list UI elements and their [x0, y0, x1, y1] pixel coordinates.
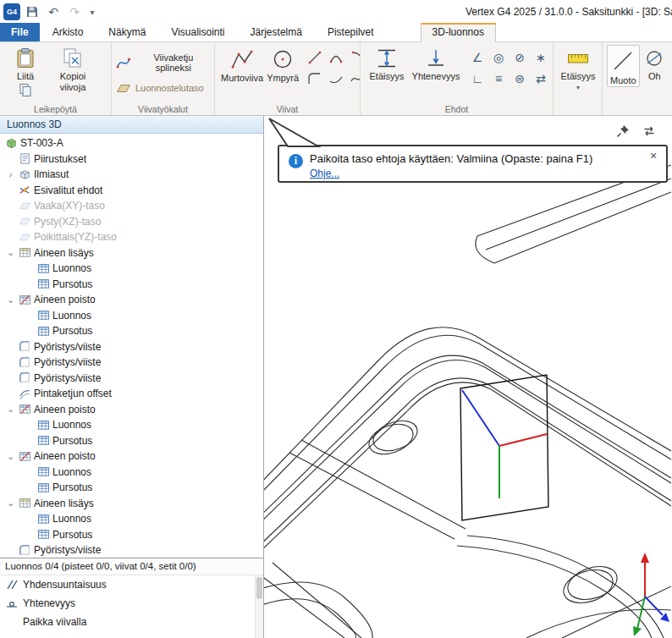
polyline-button[interactable]: Murtoviiva: [219, 45, 265, 84]
paste-special-button[interactable]: [18, 82, 33, 97]
tree-item[interactable]: Pyöristys/viiste: [0, 339, 263, 355]
tab-pistepilvet[interactable]: Pistepilvet: [315, 23, 387, 41]
paste-button[interactable]: Liitä: [13, 45, 38, 82]
angle-constraint-button[interactable]: ∠: [468, 48, 487, 67]
freeform-tool-button[interactable]: [348, 69, 361, 88]
perpendicular-constraint-icon: ∟: [471, 72, 483, 85]
parallel-constraint-button[interactable]: ≡: [489, 69, 508, 88]
viewport-3d[interactable]: i Paikoita taso ehtoja käyttäen: Valmiin…: [264, 116, 672, 638]
shape-extra-button[interactable]: Oh: [640, 45, 669, 82]
tree-item-label: Luonnos: [52, 513, 91, 525]
tree-item[interactable]: Pysty(XZ)-taso: [0, 214, 263, 230]
tree-item-label: Poikittais(YZ)-taso: [34, 231, 117, 243]
coincidence-constraint-button[interactable]: Yhtenevyys: [409, 45, 463, 82]
tab-3d-luonnos[interactable]: 3D-luonnos: [421, 23, 496, 42]
tree-item[interactable]: Pintaketjun offset: [0, 386, 263, 402]
tab-nakyma[interactable]: Näkymä: [96, 23, 158, 41]
undo-button[interactable]: ↶: [44, 3, 63, 21]
tree-item[interactable]: ⌄Aineen lisäys: [0, 496, 263, 512]
tree-item[interactable]: Pyöristys/viiste: [0, 542, 263, 558]
chevron-down-icon[interactable]: ⌄: [5, 404, 16, 414]
line-tool-button[interactable]: [306, 48, 324, 67]
tree-item[interactable]: ⌄Aineen poisto: [0, 292, 263, 308]
tangent-constraint-button[interactable]: ⊘: [510, 48, 529, 67]
corner-round-tool-button[interactable]: [306, 69, 324, 88]
sketch-plane-icon: [116, 80, 131, 96]
symmetry-constraint-button[interactable]: ⇄: [532, 69, 550, 88]
tree-item-label: Pyöristys/viiste: [34, 544, 101, 556]
chevron-down-icon[interactable]: ⌄: [5, 452, 16, 461]
chevron-down-icon[interactable]: ⌄: [5, 498, 16, 508]
distance-constraint-icon: [376, 47, 398, 69]
tree-item[interactable]: Pursotus: [0, 527, 263, 543]
status-scrollbar[interactable]: [255, 575, 263, 638]
tree-item[interactable]: Luonnos: [0, 511, 263, 527]
chevron-down-icon[interactable]: ⌄: [5, 248, 16, 257]
sketch-plane-button[interactable]: Luonnostelutaso: [116, 80, 212, 96]
tab-arkisto[interactable]: Arkisto: [40, 23, 96, 41]
origin-triad-icon: [633, 553, 669, 636]
tree-item-label: Pyöristys/viiste: [34, 372, 101, 384]
constraint-item[interactable]: Yhtenevyys: [0, 594, 263, 613]
tree-item-label: ST-003-A: [20, 137, 63, 149]
pattern-constraint-button[interactable]: ∗: [532, 48, 550, 67]
circle-button[interactable]: Ympyrä: [265, 45, 300, 84]
arc-tool-button[interactable]: [327, 48, 345, 67]
tree-item[interactable]: Luonnos: [0, 465, 263, 481]
spline-chain-button[interactable]: Viivaketju splineksi: [116, 52, 212, 73]
tree-item[interactable]: Pursotus: [0, 433, 263, 449]
sync-tree-button[interactable]: [640, 122, 658, 140]
quick-access-customize-button[interactable]: ▾: [86, 3, 98, 21]
close-prompt-button[interactable]: ×: [646, 148, 661, 163]
status-scrollbar-thumb[interactable]: [256, 577, 262, 599]
offset-icon: [19, 388, 31, 400]
tree-item[interactable]: Pyöristys/viiste: [0, 371, 263, 387]
tree-item[interactable]: Poikittais(YZ)-taso: [0, 229, 263, 245]
help-link[interactable]: Ohje...: [310, 168, 339, 179]
tree-item[interactable]: ⌄Aineen lisäys: [0, 245, 263, 261]
copy-lines-button[interactable]: Kopioi viivoja: [47, 45, 99, 92]
perpendicular-constraint-button[interactable]: ∟: [468, 69, 487, 88]
tree-item[interactable]: Luonnos: [0, 261, 263, 277]
tree-item[interactable]: ›Ilmiasut: [0, 167, 263, 183]
tree-item[interactable]: ST-003-A: [0, 135, 263, 151]
sketch-plane-highlight[interactable]: [460, 375, 548, 520]
concentric-constraint-button[interactable]: ◎: [489, 48, 508, 67]
redo-button[interactable]: ↷: [65, 3, 84, 21]
tree-item[interactable]: ⌄Aineen poisto: [0, 448, 263, 465]
shape-button[interactable]: Muoto: [607, 45, 640, 87]
ribbon-group-lines: Murtoviiva Ympyrä: [215, 42, 361, 115]
arc3-tool-button[interactable]: [348, 48, 361, 67]
tree-item[interactable]: Pursotus: [0, 323, 263, 339]
chevron-down-icon[interactable]: ⌄: [5, 295, 16, 305]
tab-jarjestelma[interactable]: Järjestelmä: [238, 23, 315, 41]
tree-item-label: Luonnos: [52, 262, 91, 274]
prompt-bubble-pointer: [264, 116, 332, 150]
tree-item[interactable]: Luonnos: [0, 417, 263, 433]
tree-item[interactable]: Pyöristys/viiste: [0, 355, 263, 371]
constraint-item[interactable]: Yhdensuuntaisuus: [0, 575, 263, 594]
arc2-tool-button[interactable]: [327, 69, 345, 88]
constraint-item[interactable]: Paikka viivalla: [0, 613, 263, 631]
chevron-right-icon[interactable]: ›: [5, 170, 16, 179]
measure-distance-button[interactable]: Etäisyys ▾: [558, 45, 598, 91]
save-button[interactable]: [23, 3, 41, 21]
pin-button[interactable]: [614, 122, 632, 140]
distance-constraint-button[interactable]: Etäisyys: [365, 45, 409, 82]
sketch-status-summary: Luonnos 0/4 (pisteet 0/0, viivat 0/4, se…: [0, 558, 263, 575]
equal-constraint-button[interactable]: ⊜: [510, 69, 529, 88]
tab-file[interactable]: File: [0, 23, 40, 41]
tree-item[interactable]: Vaaka(XY)-taso: [0, 198, 263, 214]
tree-item[interactable]: Luonnos: [0, 308, 263, 324]
tree-item[interactable]: Esivalitut ehdot: [0, 183, 263, 199]
prompt-bubble: i Paikoita taso ehtoja käyttäen: Valmiin…: [278, 145, 668, 183]
symmetry-constraint-icon: ⇄: [536, 72, 546, 85]
tree-item[interactable]: Pursotus: [0, 480, 263, 496]
tree-item[interactable]: Pursotus: [0, 277, 263, 293]
app-logo-icon[interactable]: G4: [3, 3, 20, 20]
tab-visualisointi[interactable]: Visualisointi: [158, 23, 237, 41]
tree-item[interactable]: ⌄Aineen poisto: [0, 402, 263, 418]
plane-icon: [19, 215, 31, 228]
tree-item[interactable]: Piirustukset: [0, 151, 263, 168]
ribbon-group-line-tools: Viivaketju splineksi Luonnostelutaso Vii…: [112, 42, 215, 115]
